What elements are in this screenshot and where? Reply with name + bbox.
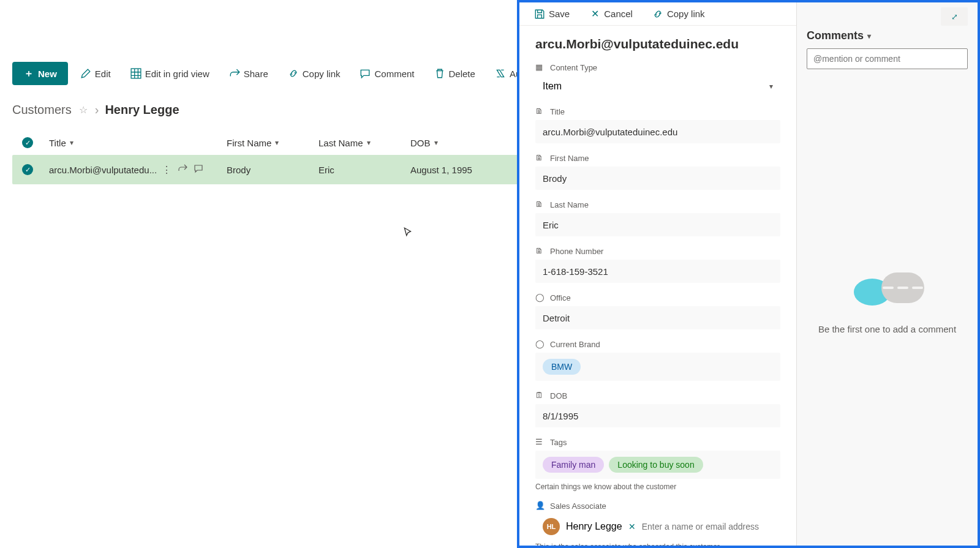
empty-text: Be the first one to add a comment (818, 324, 956, 334)
chevron-down-icon: ▾ (367, 138, 371, 147)
first-name-field[interactable]: Brody (535, 167, 780, 190)
row-checkbox[interactable]: ✓ (12, 164, 43, 175)
comments-empty-state: Be the first one to add a comment (807, 69, 968, 537)
text-icon: 🗎 (535, 107, 545, 116)
panel-copy-link-button[interactable]: Copy link (647, 6, 710, 22)
checkmark-icon: ✓ (22, 164, 33, 175)
svg-rect-0 (131, 69, 141, 78)
text-icon: 🗎 (535, 200, 545, 209)
brand-chip: BMW (543, 359, 581, 375)
last-name-field[interactable]: Eric (535, 213, 780, 236)
new-button[interactable]: ＋ New (12, 62, 68, 85)
cursor-icon (402, 227, 413, 238)
comments-header[interactable]: Comments ▾ (807, 29, 968, 42)
remove-person-button[interactable]: ✕ (628, 522, 636, 531)
comment-bubbles-icon (851, 272, 924, 315)
chevron-down-icon: ▾ (867, 32, 871, 40)
tag-chip: Looking to buy soon (609, 457, 703, 473)
delete-button[interactable]: Delete (427, 63, 483, 84)
save-icon (534, 9, 545, 20)
phone-label: Phone Number (550, 247, 603, 256)
chevron-down-icon: ▾ (769, 82, 773, 91)
sales-field[interactable]: HL Henry Legge ✕ (535, 514, 780, 539)
comment-button[interactable]: Comment (352, 63, 421, 84)
chevron-down-icon: ▾ (434, 138, 438, 147)
cell-first-name: Brody (227, 165, 251, 175)
checkmark-icon: ✓ (22, 137, 33, 148)
cancel-button[interactable]: ✕ Cancel (584, 6, 638, 22)
star-icon[interactable]: ☆ (78, 105, 89, 116)
text-icon: 🗎 (535, 246, 545, 256)
expand-button[interactable]: ⤢ (941, 7, 968, 26)
flow-icon (495, 68, 506, 79)
row-share-button[interactable] (178, 163, 187, 176)
dob-label: DOB (550, 391, 567, 400)
save-button[interactable]: Save (529, 6, 575, 22)
title-label: Title (550, 107, 565, 116)
panel-scroll[interactable]: arcu.Morbi@vulputateduinec.edu ▦Content … (519, 26, 796, 546)
last-name-label: Last Name (550, 200, 589, 209)
tags-field[interactable]: Family man Looking to buy soon (535, 451, 780, 479)
row-comment-button[interactable] (194, 163, 203, 176)
sales-input[interactable] (642, 522, 773, 531)
avatar: HL (543, 518, 560, 535)
content-type-select[interactable]: Item ▾ (535, 76, 780, 97)
plus-icon: ＋ (23, 68, 34, 79)
pencil-icon (80, 68, 91, 79)
close-icon: ✕ (589, 9, 600, 20)
person-icon: 👤 (535, 501, 545, 511)
cell-title: arcu.Morbi@vulputatedu... (49, 165, 157, 175)
sales-help: This is the sales associate who onboarde… (535, 542, 780, 546)
sales-label: Sales Associate (550, 501, 606, 511)
phone-field[interactable]: 1-618-159-3521 (535, 260, 780, 283)
detail-form: Save ✕ Cancel Copy link arcu.Morbi@vulpu… (519, 2, 797, 546)
tags-label: Tags (550, 438, 567, 447)
select-all[interactable]: ✓ (12, 137, 43, 148)
grid-icon (130, 68, 141, 79)
title-field[interactable]: arcu.Morbi@vulputateduinec.edu (535, 120, 780, 143)
copy-link-button[interactable]: Copy link (281, 63, 348, 84)
tags-icon: ☰ (535, 437, 545, 447)
comment-label: Comment (374, 69, 414, 79)
comment-input[interactable] (807, 48, 968, 69)
edit-button[interactable]: Edit (73, 63, 118, 84)
office-label: Office (550, 293, 571, 302)
edit-label: Edit (95, 69, 111, 79)
sales-name: Henry Legge (566, 521, 622, 532)
dob-field[interactable]: 8/1/1995 (535, 404, 780, 427)
link-icon (288, 68, 299, 79)
link-icon (652, 9, 663, 20)
text-icon: 🗎 (535, 153, 545, 163)
comments-pane: ⤢ Comments ▾ Be the first one to add a c… (797, 2, 978, 546)
first-name-label: First Name (550, 154, 589, 163)
share-button[interactable]: Share (222, 63, 276, 84)
cell-dob: August 1, 1995 (410, 165, 472, 175)
brand-label: Current Brand (550, 340, 600, 349)
column-first-name[interactable]: First Name ▾ (227, 138, 279, 148)
trash-icon (434, 68, 445, 79)
breadcrumb-current: Henry Legge (105, 103, 179, 117)
tags-help: Certain things we know about the custome… (535, 482, 780, 491)
column-last-name[interactable]: Last Name ▾ (318, 138, 371, 148)
column-title[interactable]: Title ▾ (49, 138, 74, 148)
expand-icon: ⤢ (951, 12, 958, 21)
chevron-down-icon: ▾ (70, 138, 74, 147)
calendar-icon: 🗓 (535, 391, 545, 400)
comment-icon (360, 68, 371, 79)
share-label: Share (244, 69, 268, 79)
edit-grid-button[interactable]: Edit in grid view (123, 63, 217, 84)
share-icon (229, 68, 240, 79)
row-more-button[interactable]: ⋮ (162, 163, 172, 176)
content-type-icon: ▦ (535, 62, 545, 72)
office-field[interactable]: Detroit (535, 306, 780, 329)
panel-toolbar: Save ✕ Cancel Copy link (519, 2, 796, 26)
delete-label: Delete (449, 69, 475, 79)
chevron-down-icon: ▾ (275, 138, 279, 147)
breadcrumb-root[interactable]: Customers (12, 103, 72, 117)
choice-icon: ◯ (535, 293, 545, 302)
chevron-right-icon: › (95, 103, 99, 117)
panel-title: arcu.Morbi@vulputateduinec.edu (535, 37, 780, 51)
new-label: New (38, 69, 57, 79)
column-dob[interactable]: DOB ▾ (410, 138, 438, 148)
brand-field[interactable]: BMW (535, 353, 780, 381)
